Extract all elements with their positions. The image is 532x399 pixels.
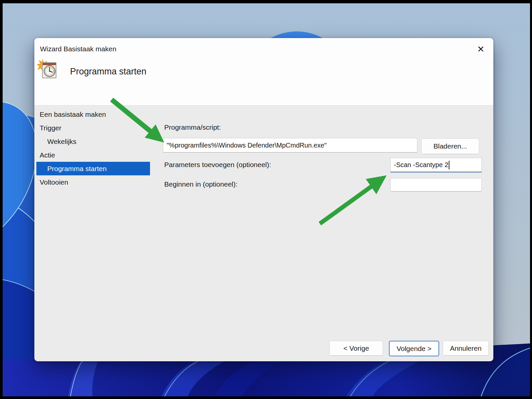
program-script-label: Programma/script: <box>164 123 221 131</box>
previous-button[interactable]: < Vorige <box>329 341 383 356</box>
sidebar-item-label: Voltooien <box>40 178 68 186</box>
close-icon: ✕ <box>477 44 485 55</box>
browse-button-label: Bladeren... <box>434 142 467 150</box>
desktop-wallpaper: Wizard Basistaak maken ✕ Programma start… <box>3 3 530 396</box>
close-button[interactable]: ✕ <box>474 43 487 56</box>
parameters-value: -Scan -Scantype 2 <box>394 161 448 169</box>
program-script-value: "%programfiles%\Windows Defender\MpCmdRu… <box>167 142 326 149</box>
sidebar-item-wekelijks[interactable]: Wekelijks <box>36 135 150 148</box>
sidebar-item-label: Actie <box>40 151 55 159</box>
sidebar-item-voltooien[interactable]: Voltooien <box>36 175 150 189</box>
parameters-input[interactable]: -Scan -Scantype 2 <box>390 158 482 172</box>
sidebar-item-programma-starten[interactable]: Programma starten <box>36 162 150 175</box>
dialog-title: Wizard Basistaak maken <box>40 45 116 53</box>
text-cursor <box>449 161 449 169</box>
page-title: Programma starten <box>70 66 146 77</box>
previous-button-label: < Vorige <box>343 344 369 352</box>
next-button-label: Volgende > <box>397 345 432 353</box>
sidebar-item-trigger[interactable]: Trigger <box>36 121 150 135</box>
browse-button[interactable]: Bladeren... <box>421 138 479 154</box>
start-in-label: Beginnen in (optioneel): <box>164 180 238 188</box>
next-button[interactable]: Volgende > <box>389 341 439 356</box>
sidebar-item-label: Programma starten <box>47 165 107 173</box>
start-in-input[interactable] <box>390 178 482 192</box>
screen: { "window": { "title": "Wizard Basistaak… <box>0 0 532 399</box>
sidebar-item-actie[interactable]: Actie <box>36 148 150 162</box>
program-script-input[interactable]: "%programfiles%\Windows Defender\MpCmdRu… <box>163 138 417 153</box>
sidebar-item-basistaak[interactable]: Een basistaak maken <box>36 108 150 121</box>
sidebar-item-label: Trigger <box>40 124 61 132</box>
wizard-steps-sidebar: Een basistaak maken Trigger Wekelijks Ac… <box>36 108 150 189</box>
sidebar-item-label: Een basistaak maken <box>40 111 106 118</box>
cancel-button[interactable]: Annuleren <box>443 341 489 356</box>
cancel-button-label: Annuleren <box>450 344 482 352</box>
wizard-dialog: Wizard Basistaak maken ✕ Programma start… <box>34 38 493 361</box>
sidebar-item-label: Wekelijks <box>47 138 76 146</box>
dialog-header: Wizard Basistaak maken ✕ Programma start… <box>34 38 493 106</box>
task-scheduler-icon <box>37 59 59 81</box>
parameters-label: Parameters toevoegen (optioneel): <box>164 161 271 169</box>
